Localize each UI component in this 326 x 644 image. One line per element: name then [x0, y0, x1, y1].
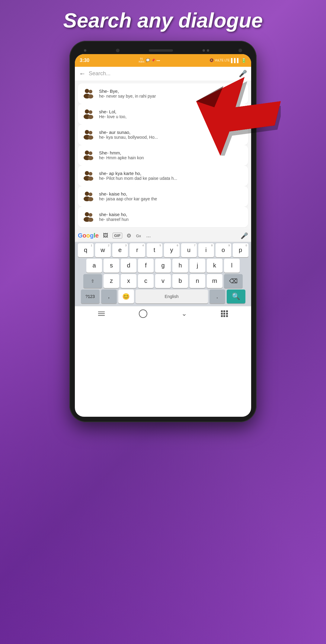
phone-screen: 3:30 91KB/s 💬 📌 ••• 🔕 VoLTE LTE ▌▌▌ 🔋 ← …	[75, 54, 251, 417]
key-h[interactable]: h	[172, 259, 188, 273]
key-f[interactable]: f	[138, 259, 154, 273]
key-d[interactable]: d	[121, 259, 136, 273]
key-r[interactable]: 4r	[129, 243, 145, 257]
space-key[interactable]: English	[136, 290, 208, 303]
dialogue-text: She- hmm,he- Hmm apke hain kon	[99, 150, 244, 160]
mic-icon[interactable]: 🎤	[239, 70, 247, 78]
key-c[interactable]: c	[138, 274, 154, 288]
key-v[interactable]: v	[155, 274, 171, 288]
dialogue-line2: he- kya sunau, bollywood, Ho...	[99, 135, 244, 140]
svg-text:Gx: Gx	[136, 233, 141, 238]
svg-point-15	[88, 156, 93, 160]
key-q[interactable]: 1q	[78, 243, 94, 257]
navigation-bar: ⌄	[75, 306, 251, 321]
status-icons-left: 91KB/s 💬 📌 •••	[139, 57, 160, 63]
camera-2	[238, 49, 242, 52]
dialogue-item[interactable]: she- aur sunao,he- kya sunau, bollywood,…	[78, 125, 248, 145]
key-s[interactable]: s	[104, 259, 119, 273]
dialogue-line2: he- never say bye, in rahi pyar	[99, 94, 244, 99]
num-key[interactable]: ?123	[81, 290, 100, 303]
dot-key[interactable]: .	[209, 290, 225, 303]
key-g[interactable]: g	[155, 259, 171, 273]
key-z[interactable]: z	[104, 274, 119, 288]
home-nav-button[interactable]	[139, 309, 147, 318]
svg-point-0	[85, 89, 89, 93]
dots-icon: •••	[157, 59, 160, 62]
dialogue-text: she- Lol,He- love u too,	[99, 109, 244, 119]
svg-point-22	[89, 193, 92, 196]
key-a[interactable]: a	[86, 259, 102, 273]
camera-dot	[84, 49, 86, 52]
key-x[interactable]: x	[121, 274, 136, 288]
search-key[interactable]: 🔍	[227, 290, 245, 303]
more-button[interactable]: ...	[146, 232, 151, 239]
keyboard-row-1: 1q 2w 3e 4r 5t 6y 7u 8i 9o 0p	[75, 243, 251, 257]
dialogue-line2: he- shareef hun	[99, 217, 244, 222]
key-w[interactable]: 2w	[95, 243, 111, 257]
delete-key[interactable]: ⌫	[224, 274, 243, 288]
status-time: 3:30	[80, 58, 89, 63]
back-nav-button[interactable]	[98, 312, 105, 316]
kb-indicator: 91KB/s	[139, 57, 145, 63]
svg-point-6	[89, 110, 92, 114]
dialogue-avatar-icon	[82, 169, 95, 183]
svg-point-4	[85, 109, 89, 114]
key-e[interactable]: 3e	[112, 243, 128, 257]
key-l[interactable]: l	[224, 259, 240, 273]
search-bar: ← Search... 🎤	[75, 67, 251, 81]
key-p[interactable]: 0p	[233, 243, 248, 257]
dialogue-item[interactable]: She- hmm,he- Hmm apke hain kon	[78, 145, 248, 166]
page-title: Search any dialogue	[51, 0, 275, 38]
key-u[interactable]: 7u	[181, 243, 197, 257]
front-camera	[116, 49, 120, 52]
dialogue-line2: he- Pilot hun mom dad ke paise udata h..…	[99, 176, 244, 181]
svg-point-7	[88, 115, 93, 119]
emoji-key[interactable]: 😊	[118, 290, 134, 303]
sticker-button[interactable]: 🖼	[103, 232, 108, 239]
grid-nav-button[interactable]	[221, 310, 228, 317]
key-n[interactable]: n	[190, 274, 205, 288]
back-button[interactable]: ←	[79, 70, 86, 78]
svg-point-10	[89, 131, 92, 134]
dialogue-avatar-icon	[82, 87, 95, 100]
dialogue-list: She- Bye,he- never say bye, in rahi pyar…	[75, 81, 251, 230]
keyboard-toolbar: Google 🖼 GIF ⚙ Gx ... 🎤	[75, 230, 251, 242]
search-input[interactable]: Search...	[89, 70, 236, 77]
dialogue-text: she- aur sunao,he- kya sunau, bollywood,…	[99, 130, 244, 140]
speaker	[149, 49, 173, 52]
keyboard-rows: 1q 2w 3e 4r 5t 6y 7u 8i 9o 0p a s d f	[75, 242, 251, 306]
settings-button[interactable]: ⚙	[126, 232, 131, 239]
key-t[interactable]: 5t	[147, 243, 162, 257]
key-j[interactable]: j	[190, 259, 205, 273]
messenger-icon: 💬	[146, 58, 150, 62]
dialogue-text: she- ap kya karte ho,he- Pilot hun mom d…	[99, 171, 244, 181]
dialogue-avatar-icon	[82, 108, 95, 121]
svg-point-18	[89, 172, 92, 176]
recent-nav-button[interactable]: ⌄	[181, 310, 187, 318]
translate-button[interactable]: Gx	[136, 232, 142, 239]
battery-icon: 🔋	[241, 58, 246, 63]
key-i[interactable]: 8i	[198, 243, 214, 257]
dialogue-text: she- kaise ho,he- shareef hun	[99, 212, 244, 222]
dialogue-item[interactable]: She- Bye,he- never say bye, in rahi pyar	[78, 83, 248, 104]
svg-point-26	[89, 213, 92, 217]
status-bar: 3:30 91KB/s 💬 📌 ••• 🔕 VoLTE LTE ▌▌▌ 🔋	[75, 54, 251, 67]
svg-point-27	[88, 218, 93, 222]
dialogue-item[interactable]: she- kaise ho,he- jaisa aap chor kar gay…	[78, 186, 248, 207]
dialogue-item[interactable]: she- Lol,He- love u too,	[78, 104, 248, 125]
key-y[interactable]: 6y	[164, 243, 180, 257]
dialogue-item[interactable]: she- kaise ho,he- shareef hun	[78, 207, 248, 227]
shift-key[interactable]: ⇧	[83, 274, 102, 288]
kb-mic-button[interactable]: 🎤	[241, 232, 248, 239]
dialogue-item[interactable]: she- ap kya karte ho,he- Pilot hun mom d…	[78, 166, 248, 186]
key-o[interactable]: 9o	[216, 243, 231, 257]
gif-button[interactable]: GIF	[113, 233, 122, 238]
dialogue-line2: He- love u too,	[99, 114, 244, 119]
comma-key[interactable]: ,	[101, 290, 117, 303]
key-k[interactable]: k	[207, 259, 222, 273]
google-button[interactable]: Google	[78, 232, 99, 239]
key-m[interactable]: m	[207, 274, 222, 288]
dialogue-avatar-icon	[82, 128, 95, 141]
svg-point-2	[89, 90, 92, 93]
key-b[interactable]: b	[172, 274, 188, 288]
